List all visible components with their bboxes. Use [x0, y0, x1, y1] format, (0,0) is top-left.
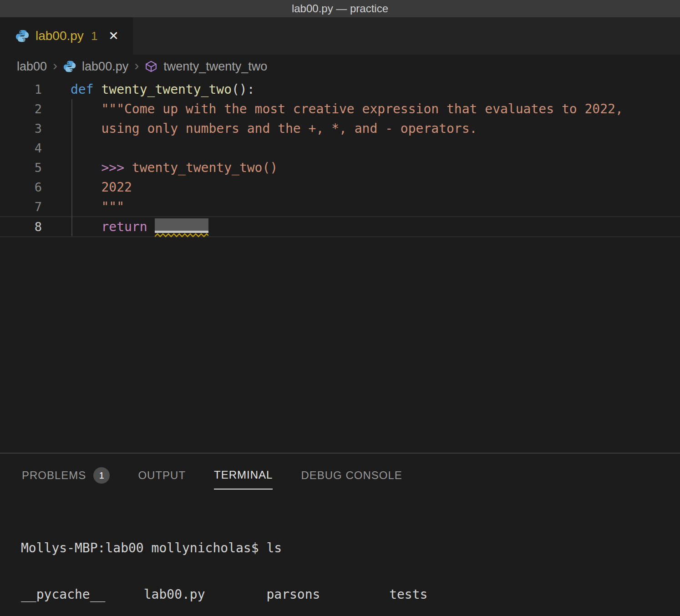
window-title: lab00.py — practice [292, 2, 388, 15]
editor[interactable]: 1 def twenty_twenty_two(): 2 """Come up … [0, 78, 680, 453]
line-number[interactable]: 7 [0, 200, 42, 214]
breadcrumb-folder[interactable]: lab00 [17, 60, 47, 74]
line-number[interactable]: 2 [0, 102, 42, 116]
problems-count-badge: 1 [93, 467, 110, 484]
code-text[interactable]: using only numbers and the +, *, and - o… [71, 119, 477, 138]
code-text[interactable]: """ [71, 197, 124, 217]
line-number[interactable]: 3 [0, 121, 42, 136]
tab-bar: lab00.py 1 ✕ [0, 17, 680, 55]
python-icon [15, 29, 29, 43]
breadcrumb-symbol[interactable]: twenty_twenty_two [163, 60, 267, 74]
tab-output[interactable]: OUTPUT [138, 467, 186, 490]
code-line-6: 6 2022 [0, 177, 680, 197]
bottom-panel: PROBLEMS 1 OUTPUT TERMINAL DEBUG CONSOLE… [0, 453, 680, 615]
chevron-right-icon: › [134, 58, 139, 73]
line-number[interactable]: 5 [0, 161, 42, 175]
title-bar: lab00.py — practice [0, 0, 680, 17]
tab-file-name: lab00.py [36, 29, 84, 43]
symbol-cube-icon [145, 60, 157, 73]
code-line-2: 2 """Come up with the most creative expr… [0, 99, 680, 119]
code-line-8-current: 8 return [0, 217, 680, 237]
warning-squiggle-icon [155, 233, 208, 237]
line-number[interactable]: 4 [0, 141, 42, 155]
code-text[interactable]: def twenty_twenty_two(): [71, 80, 255, 99]
code-text[interactable]: return [71, 217, 208, 237]
selected-whitespace [155, 218, 208, 233]
tab-terminal[interactable]: TERMINAL [214, 467, 273, 490]
code-line-3: 3 using only numbers and the +, *, and -… [0, 119, 680, 138]
line-number[interactable]: 6 [0, 180, 42, 194]
code-text[interactable]: 2022 [71, 177, 132, 197]
code-line-1: 1 def twenty_twenty_two(): [0, 80, 680, 99]
terminal-line: __pycache__ lab00.py parsons tests [21, 587, 680, 602]
line-number[interactable]: 8 [0, 220, 42, 234]
tab-problems-count: 1 [91, 29, 97, 43]
python-icon [63, 60, 76, 73]
indent-guide [71, 99, 72, 236]
terminal-line: Mollys-MBP:lab00 mollynicholas$ ls [21, 540, 680, 556]
breadcrumb: lab00 › lab00.py › twenty_twenty_two [0, 55, 680, 78]
breadcrumb-file[interactable]: lab00.py [82, 60, 128, 74]
code-text[interactable]: >>> twenty_twenty_two() [71, 158, 278, 177]
chevron-right-icon: › [53, 58, 57, 73]
line-number[interactable]: 1 [0, 82, 42, 96]
code-line-4: 4 [0, 138, 680, 158]
code-text[interactable]: """Come up with the most creative expres… [71, 99, 623, 119]
tab-debug-console[interactable]: DEBUG CONSOLE [301, 467, 402, 490]
code-line-7: 7 """ [0, 197, 680, 217]
panel-tab-bar: PROBLEMS 1 OUTPUT TERMINAL DEBUG CONSOLE [0, 454, 680, 490]
tab-lab00py[interactable]: lab00.py 1 ✕ [0, 17, 133, 55]
tab-problems[interactable]: PROBLEMS 1 [22, 467, 110, 490]
code-line-5: 5 >>> twenty_twenty_two() [0, 158, 680, 177]
selection-highlight [155, 217, 208, 236]
terminal[interactable]: Mollys-MBP:lab00 mollynicholas$ ls __pyc… [21, 510, 680, 616]
close-icon[interactable]: ✕ [108, 30, 119, 42]
